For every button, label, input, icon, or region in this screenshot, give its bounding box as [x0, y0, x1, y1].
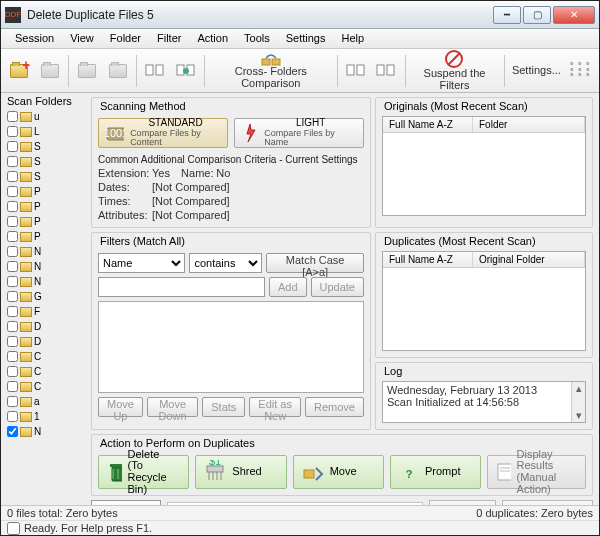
- titlebar: DDF Delete Duplicate Files 5 ━ ▢ ✕: [1, 1, 599, 29]
- scan-folder-checkbox[interactable]: [7, 201, 18, 212]
- scan-folder-checkbox[interactable]: [7, 246, 18, 257]
- duplicates-list[interactable]: Full Name A-Z Original Folder: [382, 251, 586, 351]
- scan-folder-checkbox[interactable]: [7, 321, 18, 332]
- scan-folder-checkbox[interactable]: [7, 261, 18, 272]
- menu-help[interactable]: Help: [333, 29, 372, 48]
- log-pane[interactable]: Wednesday, February 13 2013 Scan Initial…: [382, 381, 586, 423]
- scan-folder-checkbox[interactable]: [7, 426, 18, 437]
- scan-folder-checkbox[interactable]: [7, 111, 18, 122]
- scan-folder-item[interactable]: N: [7, 259, 85, 274]
- tb-compare-3[interactable]: [341, 52, 370, 90]
- match-case-button[interactable]: Match Case [A>a]: [266, 253, 364, 273]
- scan-folder-item[interactable]: C: [7, 379, 85, 394]
- scan-folder-item[interactable]: P: [7, 199, 85, 214]
- tb-suspend-filters[interactable]: Suspend the Filters: [409, 52, 499, 90]
- scan-folder-item[interactable]: N: [7, 244, 85, 259]
- action-delete[interactable]: Delete(To Recycle Bin): [98, 455, 189, 489]
- scan-folder-checkbox[interactable]: [7, 231, 18, 242]
- tb-remove-folder[interactable]: [36, 52, 65, 90]
- menu-filter[interactable]: Filter: [149, 29, 189, 48]
- scan-folder-checkbox[interactable]: [7, 126, 18, 137]
- scan-folder-item[interactable]: P: [7, 184, 85, 199]
- scan-folder-checkbox[interactable]: [7, 141, 18, 152]
- tb-compare-1[interactable]: [141, 52, 170, 90]
- col-fullname-d[interactable]: Full Name A-Z: [383, 252, 473, 267]
- action-move[interactable]: Move: [293, 455, 384, 489]
- actions-group: Action to Perform on Duplicates Delete(T…: [91, 434, 593, 496]
- tb-add-folder[interactable]: +: [5, 52, 34, 90]
- scan-folder-item[interactable]: N: [7, 424, 85, 439]
- menu-view[interactable]: View: [62, 29, 102, 48]
- scan-folder-checkbox[interactable]: [7, 396, 18, 407]
- scan-folder-item[interactable]: S: [7, 139, 85, 154]
- status-checkbox[interactable]: [7, 522, 20, 535]
- scan-folder-checkbox[interactable]: [7, 276, 18, 287]
- scan-folder-checkbox[interactable]: [7, 186, 18, 197]
- scan-folder-item[interactable]: D: [7, 334, 85, 349]
- filter-value-input[interactable]: [98, 277, 265, 297]
- scan-folder-checkbox[interactable]: [7, 381, 18, 392]
- scan-folder-checkbox[interactable]: [7, 156, 18, 167]
- scan-folder-item[interactable]: N: [7, 274, 85, 289]
- scan-folder-item[interactable]: S: [7, 154, 85, 169]
- tb-cross-folders[interactable]: Cross- Folders Comparison: [209, 52, 333, 90]
- menu-action[interactable]: Action: [189, 29, 236, 48]
- scan-folder-item[interactable]: F: [7, 304, 85, 319]
- action-prompt[interactable]: ? Prompt: [390, 455, 481, 489]
- col-fullname[interactable]: Full Name A-Z: [383, 117, 473, 132]
- filter-op-select[interactable]: contains: [189, 253, 262, 273]
- minimize-button[interactable]: ━: [493, 6, 521, 24]
- remove-button[interactable]: Remove: [305, 397, 364, 417]
- col-origfolder[interactable]: Original Folder: [473, 252, 585, 267]
- tb-folder-1[interactable]: [73, 52, 102, 90]
- menu-session[interactable]: Session: [7, 29, 62, 48]
- filter-field-select[interactable]: Name: [98, 253, 185, 273]
- filter-update-button[interactable]: Update: [311, 277, 364, 297]
- scan-folder-checkbox[interactable]: [7, 336, 18, 347]
- scan-folder-checkbox[interactable]: [7, 306, 18, 317]
- move-up-button[interactable]: Move Up: [98, 397, 143, 417]
- tb-folder-2[interactable]: [104, 52, 133, 90]
- col-folder[interactable]: Folder: [473, 117, 585, 132]
- filter-list[interactable]: [98, 301, 364, 393]
- tb-grid[interactable]: ∘∘∘∘∘∘∘∘∘: [566, 52, 595, 90]
- menu-folder[interactable]: Folder: [102, 29, 149, 48]
- originals-list[interactable]: Full Name A-Z Folder: [382, 116, 586, 216]
- scan-folder-item[interactable]: P: [7, 214, 85, 229]
- scan-standard-button[interactable]: 1001 STANDARDCompare Files by Content: [98, 118, 228, 148]
- action-shred[interactable]: $1 Shred: [195, 455, 286, 489]
- move-down-button[interactable]: Move Down: [147, 397, 198, 417]
- stats-button[interactable]: Stats: [202, 397, 245, 417]
- maximize-button[interactable]: ▢: [523, 6, 551, 24]
- scan-folder-item[interactable]: 1: [7, 409, 85, 424]
- scan-folder-checkbox[interactable]: [7, 366, 18, 377]
- scan-folder-item[interactable]: a: [7, 394, 85, 409]
- action-display-results[interactable]: Display Results(Manual Action): [487, 455, 586, 489]
- scan-folder-label: u: [34, 111, 40, 122]
- scan-folder-item[interactable]: C: [7, 364, 85, 379]
- tb-compare-2[interactable]: [172, 52, 201, 90]
- menu-settings[interactable]: Settings: [278, 29, 334, 48]
- scan-folder-item[interactable]: L: [7, 124, 85, 139]
- scan-folder-checkbox[interactable]: [7, 351, 18, 362]
- scan-folder-checkbox[interactable]: [7, 216, 18, 227]
- close-button[interactable]: ✕: [553, 6, 595, 24]
- scan-folder-item[interactable]: C: [7, 349, 85, 364]
- scan-folders-list[interactable]: uLSSSPPPPNNNGFDDCCCa1N: [7, 109, 85, 503]
- scan-folder-checkbox[interactable]: [7, 291, 18, 302]
- tb-compare-4[interactable]: [372, 52, 401, 90]
- svg-rect-9: [377, 65, 384, 75]
- menu-tools[interactable]: Tools: [236, 29, 278, 48]
- scan-folder-checkbox[interactable]: [7, 411, 18, 422]
- scan-folder-item[interactable]: G: [7, 289, 85, 304]
- scan-folder-item[interactable]: P: [7, 229, 85, 244]
- tb-settings[interactable]: Settings...: [508, 52, 564, 90]
- edit-as-new-button[interactable]: Edit as New: [249, 397, 301, 417]
- filter-add-button[interactable]: Add: [269, 277, 307, 297]
- scan-folder-item[interactable]: D: [7, 319, 85, 334]
- scan-folder-checkbox[interactable]: [7, 171, 18, 182]
- scan-folder-item[interactable]: u: [7, 109, 85, 124]
- folder-icon: [20, 202, 32, 212]
- scan-folder-item[interactable]: S: [7, 169, 85, 184]
- scan-light-button[interactable]: LIGHTCompare Files by Name: [234, 118, 364, 148]
